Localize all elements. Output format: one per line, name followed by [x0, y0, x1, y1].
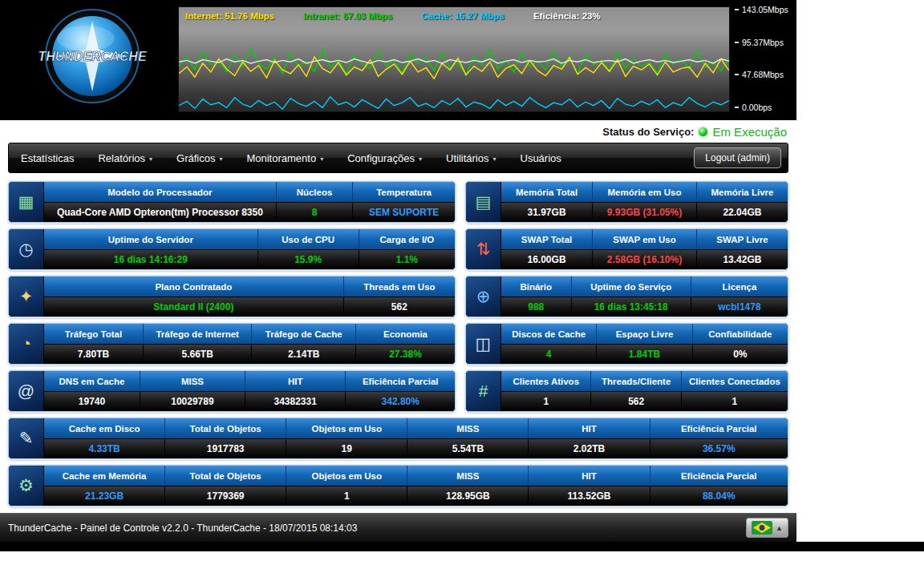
graph-legend: Internet: 51.76 Mbps Intranet: 67.03 Mbp…: [179, 7, 729, 25]
cell-value: 21.23GB: [44, 486, 165, 506]
thundercache-app: THUNDERCACHE Internet: 51.76 Mbps Intran…: [0, 0, 796, 542]
cell-value: 988: [501, 297, 572, 317]
panel-value-row: 197401002978934382331342.80%: [44, 391, 455, 411]
panel-header-row: BinárioUptime do ServiçoLicença: [501, 276, 788, 297]
cell-value: 1.1%: [359, 249, 455, 269]
handshake-icon: ✦: [9, 276, 44, 317]
brazil-flag-icon: [752, 521, 772, 535]
network-tree-icon: #: [466, 371, 501, 411]
panel-value-row: 41.84TB0%: [501, 344, 788, 364]
nav-item-relatorios[interactable]: Relatórios▾: [86, 143, 164, 172]
panel-header-row: Cache em MemóriaTotal de ObjetosObjetos …: [44, 466, 788, 486]
y-axis-label: 143.05Mbps: [735, 5, 795, 14]
cell-value: 4.33TB: [44, 438, 165, 458]
cell-value: 19: [286, 438, 407, 458]
column-header: Espaço Livre: [597, 324, 692, 344]
nav-items: EstatísticasRelatórios▾Gráficos▾Monitora…: [9, 143, 573, 172]
series-cache: [179, 97, 729, 109]
nav-item-estatisticas[interactable]: Estatísticas: [9, 143, 86, 172]
column-header: MISS: [407, 466, 529, 486]
disk-icon: ◫: [466, 324, 501, 364]
icon-glyph: #: [479, 381, 488, 401]
swap-arrows-icon: ⇅: [466, 229, 501, 269]
main-nav: EstatísticasRelatórios▾Gráficos▾Monitora…: [8, 143, 788, 173]
cell-value: 15.9%: [258, 249, 359, 269]
panels-grid: ▦Modelo do ProcessadorNúcleosTemperatura…: [0, 178, 796, 513]
panel-header-row: Modelo do ProcessadorNúcleosTemperatura: [44, 182, 455, 202]
bottom-strip: [0, 542, 924, 551]
legend-eficiencia: Eficiência: 23%: [533, 11, 601, 21]
column-header: Threads/Cliente: [591, 371, 681, 391]
nav-item-label: Configurações: [347, 152, 415, 164]
panel-header-row: Memória TotalMemória em UsoMemória Livre: [501, 182, 788, 202]
column-header: Cache em Disco: [44, 418, 165, 438]
cell-value: 562: [344, 297, 455, 317]
footer-bar: ThunderCache - Painel de Controle v2.2.0…: [0, 513, 796, 542]
column-header: SWAP em Uso: [593, 229, 697, 249]
column-header: Uptime do Servidor: [44, 229, 258, 249]
column-header: SWAP Total: [501, 229, 593, 249]
nav-item-monitoramento[interactable]: Monitoramento▾: [234, 143, 335, 172]
panel-value-row: 98816 dias 13:45:18wcbl1478: [501, 297, 788, 317]
cell-value: 31.97GB: [501, 202, 593, 222]
nav-item-label: Utilitários: [446, 152, 488, 164]
column-header: HIT: [529, 418, 650, 438]
magnifier-at-icon: @: [9, 371, 44, 411]
language-button[interactable]: ▲: [746, 518, 788, 538]
nav-item-configuracoes[interactable]: Configurações▾: [335, 143, 434, 172]
cell-value: 5.66TB: [144, 344, 252, 364]
memory-icon: ▤: [466, 182, 501, 222]
column-header: Total de Objetos: [165, 418, 286, 438]
column-header: Cache em Memória: [44, 466, 165, 486]
icon-glyph: ⚙: [18, 476, 34, 495]
column-header: Memória em Uso: [593, 182, 697, 202]
chevron-down-icon: ▾: [219, 155, 222, 163]
logout-button[interactable]: Logout (admin): [694, 147, 781, 168]
series-eficiencia: [179, 59, 729, 63]
icon-glyph: ▦: [18, 192, 34, 212]
cell-value: 9.93GB (31.05%): [593, 202, 697, 222]
cell-value: 16 dias 13:45:18: [572, 297, 691, 317]
chevron-down-icon: ▾: [320, 155, 323, 163]
column-header: Memória Total: [501, 182, 593, 202]
chevron-up-icon: ▲: [776, 524, 783, 532]
cell-value: 4: [501, 344, 597, 364]
panel-value-row: 7.80TB5.66TB2.14TB27.38%: [44, 344, 455, 364]
quill-icon: ✎: [9, 418, 44, 458]
cell-value: 1: [682, 391, 788, 411]
column-header: Discos de Cache: [501, 324, 597, 344]
column-header: Threads em Uso: [344, 276, 455, 297]
cell-value: 8: [277, 202, 353, 222]
cell-value: 2.02TB: [529, 438, 650, 458]
cell-value: 19740: [44, 391, 140, 411]
logo-area: THUNDERCACHE: [24, 3, 160, 119]
column-header: Plano Contratado: [44, 276, 344, 297]
cell-value: 128.95GB: [407, 486, 529, 506]
icon-glyph: ✦: [19, 287, 34, 306]
cell-value: SEM SUPORTE: [353, 202, 455, 222]
panel-traffic: ◔Tráfego TotalTráfego de InternetTráfego…: [8, 323, 456, 365]
column-header: Economia: [356, 324, 455, 344]
y-axis-label: 95.37Mbps: [735, 38, 795, 47]
column-header: Licença: [691, 276, 788, 297]
panel-memory: ▤Memória TotalMemória em UsoMemória Livr…: [465, 181, 788, 223]
cell-value: 1: [286, 486, 407, 506]
column-header: Clientes Conectados: [682, 371, 788, 391]
thundercache-logo: THUNDERCACHE: [24, 3, 160, 115]
nav-item-graficos[interactable]: Gráficos▾: [164, 143, 234, 172]
legend-internet: Internet: 51.76 Mbps: [185, 11, 274, 21]
status-label: Status do Serviço:: [602, 126, 694, 138]
icon-glyph: ✎: [19, 429, 34, 448]
nav-item-utilitarios[interactable]: Utilitários▾: [434, 143, 508, 172]
pie-chart-icon: ◔: [9, 324, 44, 364]
column-header: Tráfego de Internet: [144, 324, 252, 344]
panel-value-row: 4.33TB1917783195.54TB2.02TB36.57%: [44, 438, 788, 458]
column-header: HIT: [245, 371, 346, 391]
column-header: Núcleos: [277, 182, 353, 202]
column-header: MISS: [140, 371, 245, 391]
nav-item-usuarios[interactable]: Usuários: [509, 143, 573, 172]
cell-value: 13.42GB: [697, 249, 788, 269]
cell-value: 1.84TB: [597, 344, 692, 364]
panel-value-row: 16.00GB2.58GB (16.10%)13.42GB: [501, 249, 788, 269]
panel-value-row: 16 dias 14:16:2915.9%1.1%: [44, 249, 455, 269]
